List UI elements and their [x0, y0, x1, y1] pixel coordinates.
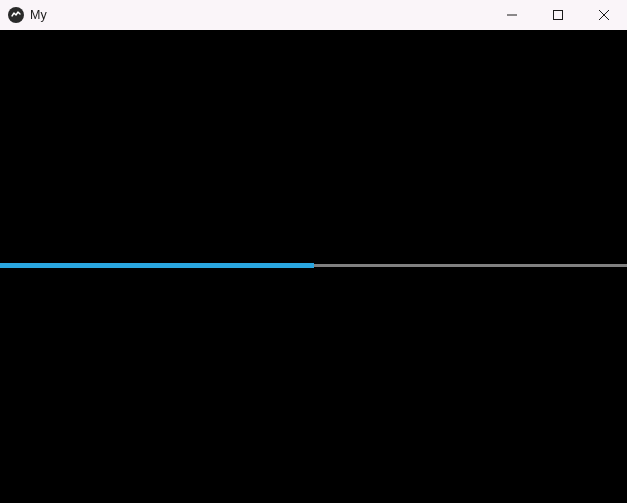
- progress-fill: [0, 263, 314, 268]
- app-icon: [8, 7, 24, 23]
- maximize-icon: [553, 10, 563, 20]
- window-controls: [489, 0, 627, 30]
- app-window: My: [0, 0, 627, 503]
- titlebar-left: My: [0, 7, 47, 23]
- client-area: [0, 30, 627, 503]
- minimize-icon: [507, 10, 517, 20]
- close-button[interactable]: [581, 0, 627, 30]
- titlebar: My: [0, 0, 627, 30]
- minimize-button[interactable]: [489, 0, 535, 30]
- svg-rect-1: [554, 11, 563, 20]
- maximize-button[interactable]: [535, 0, 581, 30]
- window-title: My: [30, 8, 47, 22]
- close-icon: [599, 10, 609, 20]
